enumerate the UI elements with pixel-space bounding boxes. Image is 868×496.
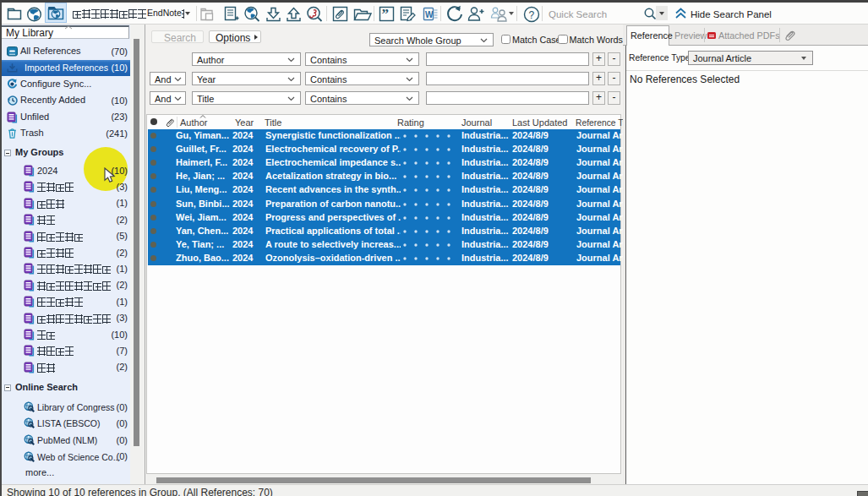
svg-text:W: W [425,10,434,19]
svg-text:”: ” [382,6,390,22]
svg-text:?: ? [529,9,535,21]
